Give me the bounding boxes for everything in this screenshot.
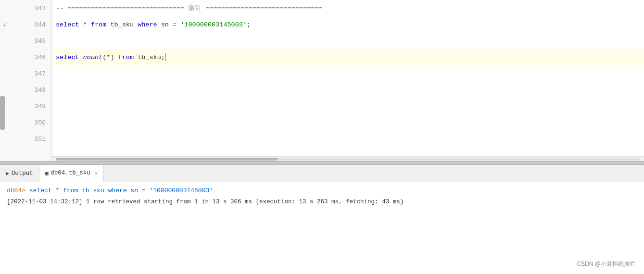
line-number-text: 350 — [35, 119, 46, 126]
code-line-343: -- ============================== 索引 ===… — [52, 0, 644, 16]
text-cursor — [165, 53, 165, 61]
plain-text — [79, 54, 83, 61]
keyword-select: select — [56, 21, 79, 28]
console-result: [2022-11-03 14:32:12] 1 row retrieved st… — [7, 197, 637, 207]
plain-text: ; — [247, 21, 251, 28]
line-349: 349 — [0, 98, 51, 114]
line-348: 348 — [0, 82, 51, 98]
comment-text: -- ============================== 索引 ===… — [56, 4, 323, 12]
line-number-text: 346 — [35, 54, 46, 61]
code-line-345 — [52, 33, 644, 49]
plain-text: tb_sku; — [134, 54, 165, 61]
line-351: 351 — [0, 131, 51, 147]
line-344: ✓ 344 — [0, 16, 51, 33]
line-numbers: 343 ✓ 344 345 346 347 348 349 350 351 — [0, 0, 52, 161]
tab-db04-tb-sku-label: db04.tb_sku — [51, 170, 90, 176]
vertical-scrollbar[interactable] — [0, 96, 5, 130]
code-line-346[interactable]: select count(*) from tb_sku; — [52, 49, 644, 65]
code-line-349 — [52, 98, 644, 114]
line-number-text: 345 — [35, 37, 46, 45]
plain-text: * — [79, 21, 91, 28]
keyword-select: select — [56, 54, 79, 61]
line-347: 347 — [0, 65, 51, 82]
line-343: 343 — [0, 0, 51, 16]
line-346: 346 — [0, 49, 51, 65]
line-350: 350 — [0, 114, 51, 131]
line-number-text: 351 — [35, 136, 46, 143]
tab-output-label: Output — [12, 170, 33, 177]
keyword-from: from — [118, 54, 134, 61]
panel-divider — [0, 161, 644, 165]
horizontal-scrollbar-thumb[interactable] — [56, 158, 278, 161]
plain-text: sn = — [157, 21, 181, 28]
tab-output[interactable]: ▶ Output — [0, 165, 39, 182]
line-number-text: 344 — [35, 21, 46, 28]
code-line-350 — [52, 114, 644, 131]
console-prefix: db04> — [7, 187, 25, 194]
tabs-bar: ▶ Output ▦ db04.tb_sku ✕ — [0, 165, 644, 182]
line-number-text: 343 — [35, 5, 46, 12]
code-line-344: select * from tb_sku where sn = '1000000… — [52, 16, 644, 33]
watermark: CSDN @小袁拒绝摆烂 — [577, 260, 635, 268]
code-line-347 — [52, 65, 644, 82]
code-line-348 — [52, 82, 644, 98]
bottom-panel: ▶ Output ▦ db04.tb_sku ✕ db04> select * … — [0, 165, 644, 274]
code-line-351 — [52, 131, 644, 147]
console-content: db04> select * from tb_sku where sn = '1… — [0, 182, 644, 274]
tab-close-icon[interactable]: ✕ — [95, 170, 98, 176]
table-icon: ▦ — [45, 170, 49, 176]
tab-db04-tb-sku[interactable]: ▦ db04.tb_sku ✕ — [39, 165, 104, 182]
keyword-from: from — [91, 21, 106, 28]
line-number-text: 349 — [35, 103, 46, 110]
function-count: count — [83, 54, 103, 61]
output-icon: ▶ — [6, 170, 9, 176]
line-number-text: 348 — [35, 87, 46, 94]
plain-text: (*) — [102, 54, 118, 61]
console-query-text: select * from tb_sku where sn = '1000000… — [25, 187, 213, 194]
keyword-where: where — [138, 21, 157, 28]
plain-text: tb_sku — [106, 21, 138, 28]
line-number-text: 347 — [35, 70, 46, 77]
editor-area: 343 ✓ 344 345 346 347 348 349 350 351 — [0, 0, 644, 161]
line-345: 345 — [0, 33, 51, 49]
check-icon: ✓ — [3, 21, 7, 29]
console-query-line: db04> select * from tb_sku where sn = '1… — [7, 187, 637, 194]
string-value: '100000003145003' — [180, 21, 247, 28]
code-editor[interactable]: -- ============================== 索引 ===… — [52, 0, 644, 161]
